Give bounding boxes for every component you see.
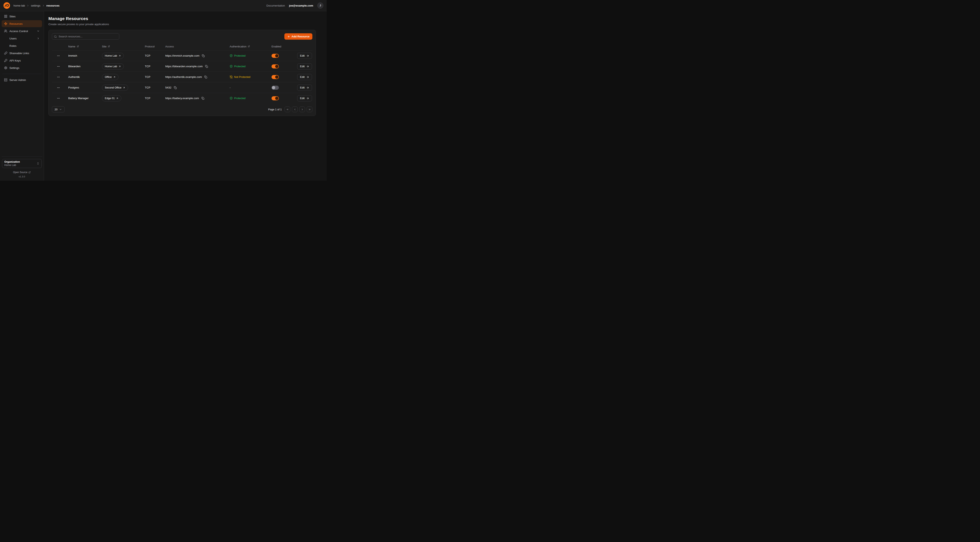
auth-status: Protected xyxy=(226,54,268,57)
sidebar-item-access-control[interactable]: Access Control xyxy=(2,27,42,35)
site-link-button[interactable]: Office xyxy=(102,74,118,80)
row-actions-button[interactable] xyxy=(56,53,61,58)
sidebar-item-users[interactable]: Users xyxy=(2,35,42,42)
table-row: Battery ManagerEdge 01TCPhttps://battery… xyxy=(52,93,312,104)
edit-label: Edit xyxy=(300,86,305,89)
shield-check-icon xyxy=(230,54,233,57)
sidebar-item-settings[interactable]: Settings xyxy=(2,64,42,71)
ellipsis-icon xyxy=(57,75,60,79)
documentation-link[interactable]: Documentation xyxy=(266,4,285,7)
site-link-button[interactable]: Second Office xyxy=(102,84,128,91)
page-size-select[interactable]: 20 xyxy=(52,106,65,112)
edit-button[interactable]: Edit xyxy=(297,74,312,80)
search-input[interactable] xyxy=(52,33,119,40)
enabled-toggle[interactable] xyxy=(272,64,279,69)
copy-button[interactable] xyxy=(173,86,177,90)
site-name: Edge 01 xyxy=(105,97,115,100)
sidebar-item-resources[interactable]: Resources xyxy=(2,20,42,27)
row-actions-button[interactable] xyxy=(56,96,61,101)
sidebar-item-shareable-links[interactable]: Shareable Links xyxy=(2,49,42,57)
column-header-site[interactable]: Site xyxy=(99,45,142,48)
search-wrap xyxy=(52,33,119,40)
breadcrumb-item-settings[interactable]: settings xyxy=(31,4,40,7)
pagination: Page 1 of 1 xyxy=(268,107,313,112)
copy-button[interactable] xyxy=(201,96,205,100)
sidebar-item-server-admin[interactable]: Server Admin xyxy=(2,77,42,83)
toggle-knob xyxy=(275,65,278,68)
sidebar-bottom: Organization Home Lab Open Source v1.3.0 xyxy=(2,156,42,179)
edit-button[interactable]: Edit xyxy=(297,95,312,101)
sidebar-item-label: Settings xyxy=(10,67,19,70)
arrow-up-right-icon xyxy=(118,54,121,57)
organization-selector[interactable]: Organization Home Lab xyxy=(2,159,42,168)
copy-button[interactable] xyxy=(204,75,208,79)
card-footer: 20 Page 1 of 1 xyxy=(52,106,312,112)
table-row: ImmichHome LabTCPhttps://immich.example.… xyxy=(52,50,312,61)
edit-button[interactable]: Edit xyxy=(297,84,312,91)
copy-button[interactable] xyxy=(205,64,208,69)
auth-status-label: Protected xyxy=(234,54,245,57)
toggle-knob xyxy=(275,75,278,79)
chevrons-up-down-icon xyxy=(37,162,40,165)
sidebar-item-label: Server Admin xyxy=(10,78,26,81)
enabled-toggle[interactable] xyxy=(272,86,279,90)
open-source-link[interactable]: Open Source xyxy=(2,171,42,174)
auth-status-label: Protected xyxy=(234,97,245,100)
copy-button[interactable] xyxy=(201,54,205,58)
user-email[interactable]: joe@example.com xyxy=(289,4,313,7)
sidebar-item-api-keys[interactable]: API Keys xyxy=(2,57,42,64)
users-icon xyxy=(4,29,7,33)
next-page-button[interactable] xyxy=(299,107,305,112)
ellipsis-icon xyxy=(57,97,60,100)
access-value: https://immich.example.com xyxy=(165,54,199,57)
chevron-right-icon xyxy=(301,108,304,111)
protocol-value: TCP xyxy=(142,86,162,89)
sidebar: Sites Resources Access Control xyxy=(0,11,44,181)
arrow-up-right-icon xyxy=(118,65,121,68)
column-header-protocol: Protocol xyxy=(142,45,162,48)
key-icon xyxy=(4,59,7,62)
auth-status: Not Protected xyxy=(226,75,268,78)
shield-check-icon xyxy=(230,97,233,100)
auth-status-label: Protected xyxy=(234,65,245,68)
arrow-up-down-icon xyxy=(108,45,110,48)
enabled-toggle[interactable] xyxy=(272,75,279,79)
add-resource-button[interactable]: Add Resource xyxy=(285,33,312,40)
site-link-button[interactable]: Home Lab xyxy=(102,63,124,70)
ellipsis-icon xyxy=(57,86,60,89)
page-size-value: 20 xyxy=(54,108,57,111)
resource-name: Postgres xyxy=(65,86,99,89)
auth-status: - xyxy=(226,86,268,89)
first-page-button[interactable] xyxy=(285,107,290,112)
chevrons-left-icon xyxy=(286,108,289,111)
row-actions-button[interactable] xyxy=(56,64,61,69)
sidebar-item-label: API Keys xyxy=(10,59,21,62)
enabled-toggle[interactable] xyxy=(272,96,279,100)
resources-table: NameSiteProtocolAccessAuthenticationEnab… xyxy=(52,43,312,104)
enabled-toggle[interactable] xyxy=(272,54,279,58)
prev-page-button[interactable] xyxy=(292,107,298,112)
toggle-knob xyxy=(275,54,278,57)
row-actions-button[interactable] xyxy=(56,85,61,90)
site-link-button[interactable]: Home Lab xyxy=(102,53,124,59)
avatar[interactable]: J xyxy=(317,2,323,9)
column-header-authentication[interactable]: Authentication xyxy=(226,45,268,48)
column-header-name[interactable]: Name xyxy=(65,45,99,48)
breadcrumb-item-org[interactable]: home-lab xyxy=(13,4,25,7)
row-actions-button[interactable] xyxy=(56,75,61,80)
edit-button[interactable]: Edit xyxy=(297,63,312,70)
sidebar-item-roles[interactable]: Roles xyxy=(2,42,42,49)
sidebar-item-sites[interactable]: Sites xyxy=(2,13,42,20)
site-link-button[interactable]: Edge 01 xyxy=(102,95,121,101)
edit-button[interactable]: Edit xyxy=(297,53,312,59)
table-row: BitwardenHome LabTCPhttps://bitwarden.ex… xyxy=(52,61,312,72)
arrow-right-icon xyxy=(306,86,309,89)
last-page-button[interactable] xyxy=(307,107,312,112)
arrow-up-right-icon xyxy=(113,76,116,78)
auth-status-label: Not Protected xyxy=(234,75,250,78)
ellipsis-icon xyxy=(57,65,60,68)
arrow-right-icon xyxy=(306,97,309,100)
gear-icon xyxy=(4,66,7,70)
shield-check-icon xyxy=(230,65,233,68)
breadcrumb-item-resources[interactable]: resources xyxy=(46,4,60,7)
